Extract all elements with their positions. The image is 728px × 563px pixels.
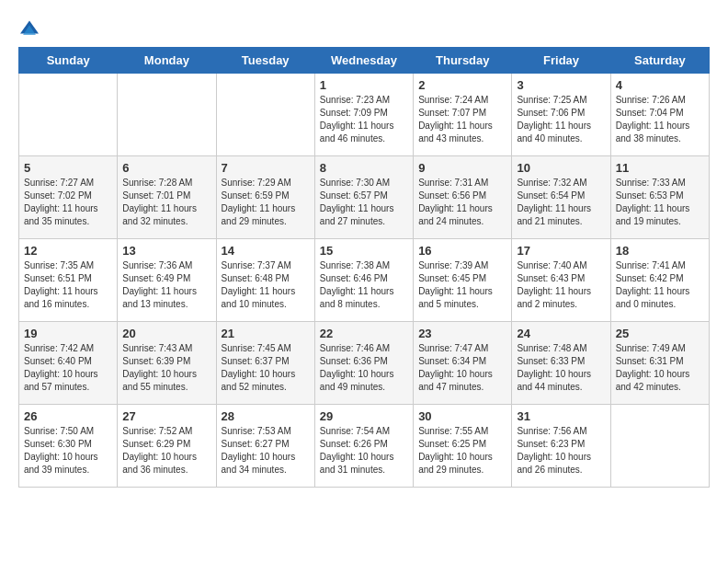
day-info: Sunrise: 7:52 AM Sunset: 6:29 PM Dayligh… <box>122 425 210 477</box>
day-info: Sunrise: 7:27 AM Sunset: 7:02 PM Dayligh… <box>24 177 112 228</box>
calendar-cell: 19Sunrise: 7:42 AM Sunset: 6:40 PM Dayli… <box>19 322 118 405</box>
calendar-cell: 31Sunrise: 7:56 AM Sunset: 6:23 PM Dayli… <box>512 405 610 488</box>
day-number: 5 <box>24 161 112 175</box>
calendar-cell: 5Sunrise: 7:27 AM Sunset: 7:02 PM Daylig… <box>19 156 118 239</box>
calendar-cell: 26Sunrise: 7:50 AM Sunset: 6:30 PM Dayli… <box>19 405 118 488</box>
day-number: 7 <box>222 161 310 175</box>
calendar-week-row: 12Sunrise: 7:35 AM Sunset: 6:51 PM Dayli… <box>19 239 710 322</box>
day-info: Sunrise: 7:50 AM Sunset: 6:30 PM Dayligh… <box>24 425 112 477</box>
calendar-table: SundayMondayTuesdayWednesdayThursdayFrid… <box>18 47 710 488</box>
calendar-cell <box>216 74 314 156</box>
day-info: Sunrise: 7:47 AM Sunset: 6:34 PM Dayligh… <box>418 342 506 394</box>
day-info: Sunrise: 7:37 AM Sunset: 6:48 PM Dayligh… <box>222 259 310 311</box>
day-info: Sunrise: 7:23 AM Sunset: 7:09 PM Dayligh… <box>320 94 408 145</box>
calendar-cell: 13Sunrise: 7:36 AM Sunset: 6:49 PM Dayli… <box>118 239 216 322</box>
weekday-header-thursday: Thursday <box>414 48 512 74</box>
day-number: 17 <box>517 244 605 258</box>
calendar-cell: 29Sunrise: 7:54 AM Sunset: 6:26 PM Dayli… <box>314 405 413 488</box>
day-info: Sunrise: 7:56 AM Sunset: 6:23 PM Dayligh… <box>517 425 605 477</box>
day-info: Sunrise: 7:46 AM Sunset: 6:36 PM Dayligh… <box>320 342 408 394</box>
day-info: Sunrise: 7:45 AM Sunset: 6:37 PM Dayligh… <box>222 342 310 394</box>
day-number: 13 <box>122 244 210 258</box>
weekday-header-monday: Monday <box>118 48 216 74</box>
calendar-cell: 30Sunrise: 7:55 AM Sunset: 6:25 PM Dayli… <box>414 405 512 488</box>
calendar-cell: 24Sunrise: 7:48 AM Sunset: 6:33 PM Dayli… <box>512 322 610 405</box>
day-number: 20 <box>122 327 210 340</box>
day-number: 29 <box>320 409 408 423</box>
calendar-cell: 3Sunrise: 7:25 AM Sunset: 7:06 PM Daylig… <box>512 74 610 156</box>
day-number: 9 <box>418 161 506 175</box>
calendar-cell: 14Sunrise: 7:37 AM Sunset: 6:48 PM Dayli… <box>216 239 314 322</box>
day-info: Sunrise: 7:48 AM Sunset: 6:33 PM Dayligh… <box>517 342 605 394</box>
day-info: Sunrise: 7:28 AM Sunset: 7:01 PM Dayligh… <box>122 177 210 228</box>
calendar-cell: 11Sunrise: 7:33 AM Sunset: 6:53 PM Dayli… <box>610 156 709 239</box>
calendar-cell <box>610 405 709 488</box>
calendar-week-row: 26Sunrise: 7:50 AM Sunset: 6:30 PM Dayli… <box>19 405 710 488</box>
calendar-cell: 28Sunrise: 7:53 AM Sunset: 6:27 PM Dayli… <box>216 405 314 488</box>
day-number: 15 <box>320 244 408 258</box>
day-number: 1 <box>320 78 408 92</box>
day-number: 25 <box>616 327 704 340</box>
day-info: Sunrise: 7:40 AM Sunset: 6:43 PM Dayligh… <box>517 259 605 311</box>
calendar-cell: 25Sunrise: 7:49 AM Sunset: 6:31 PM Dayli… <box>610 322 709 405</box>
weekday-header-tuesday: Tuesday <box>216 48 314 74</box>
day-info: Sunrise: 7:43 AM Sunset: 6:39 PM Dayligh… <box>122 342 210 394</box>
day-number: 18 <box>616 244 704 258</box>
day-info: Sunrise: 7:26 AM Sunset: 7:04 PM Dayligh… <box>616 94 704 145</box>
day-info: Sunrise: 7:36 AM Sunset: 6:49 PM Dayligh… <box>122 259 210 311</box>
weekday-header-wednesday: Wednesday <box>314 48 413 74</box>
calendar-cell: 8Sunrise: 7:30 AM Sunset: 6:57 PM Daylig… <box>314 156 413 239</box>
calendar-cell: 27Sunrise: 7:52 AM Sunset: 6:29 PM Dayli… <box>118 405 216 488</box>
calendar-cell: 6Sunrise: 7:28 AM Sunset: 7:01 PM Daylig… <box>118 156 216 239</box>
day-number: 3 <box>517 78 605 92</box>
day-info: Sunrise: 7:30 AM Sunset: 6:57 PM Dayligh… <box>320 177 408 228</box>
day-info: Sunrise: 7:24 AM Sunset: 7:07 PM Dayligh… <box>418 94 506 145</box>
page-header <box>18 18 710 38</box>
day-number: 8 <box>320 161 408 175</box>
calendar-cell: 7Sunrise: 7:29 AM Sunset: 6:59 PM Daylig… <box>216 156 314 239</box>
day-number: 26 <box>24 409 112 423</box>
calendar-cell: 22Sunrise: 7:46 AM Sunset: 6:36 PM Dayli… <box>314 322 413 405</box>
day-number: 28 <box>222 409 310 423</box>
day-info: Sunrise: 7:41 AM Sunset: 6:42 PM Dayligh… <box>616 259 704 311</box>
calendar-cell: 4Sunrise: 7:26 AM Sunset: 7:04 PM Daylig… <box>610 74 709 156</box>
day-info: Sunrise: 7:39 AM Sunset: 6:45 PM Dayligh… <box>418 259 506 311</box>
day-info: Sunrise: 7:35 AM Sunset: 6:51 PM Dayligh… <box>24 259 112 311</box>
calendar-cell: 23Sunrise: 7:47 AM Sunset: 6:34 PM Dayli… <box>414 322 512 405</box>
day-number: 22 <box>320 327 408 340</box>
calendar-cell: 1Sunrise: 7:23 AM Sunset: 7:09 PM Daylig… <box>314 74 413 156</box>
day-number: 24 <box>517 327 605 340</box>
day-number: 27 <box>122 409 210 423</box>
calendar-cell: 17Sunrise: 7:40 AM Sunset: 6:43 PM Dayli… <box>512 239 610 322</box>
day-number: 19 <box>24 327 112 340</box>
calendar-cell: 10Sunrise: 7:32 AM Sunset: 6:54 PM Dayli… <box>512 156 610 239</box>
weekday-header-sunday: Sunday <box>19 48 118 74</box>
day-number: 12 <box>24 244 112 258</box>
weekday-header-friday: Friday <box>512 48 610 74</box>
calendar-cell <box>19 74 118 156</box>
day-info: Sunrise: 7:53 AM Sunset: 6:27 PM Dayligh… <box>222 425 310 477</box>
calendar-cell: 2Sunrise: 7:24 AM Sunset: 7:07 PM Daylig… <box>414 74 512 156</box>
calendar-cell: 20Sunrise: 7:43 AM Sunset: 6:39 PM Dayli… <box>118 322 216 405</box>
day-info: Sunrise: 7:42 AM Sunset: 6:40 PM Dayligh… <box>24 342 112 394</box>
calendar-cell: 18Sunrise: 7:41 AM Sunset: 6:42 PM Dayli… <box>610 239 709 322</box>
calendar-cell <box>118 74 216 156</box>
logo-icon <box>18 19 40 38</box>
day-number: 16 <box>418 244 506 258</box>
day-number: 11 <box>616 161 704 175</box>
day-info: Sunrise: 7:49 AM Sunset: 6:31 PM Dayligh… <box>616 342 704 394</box>
day-info: Sunrise: 7:54 AM Sunset: 6:26 PM Dayligh… <box>320 425 408 477</box>
day-info: Sunrise: 7:32 AM Sunset: 6:54 PM Dayligh… <box>517 177 605 228</box>
day-number: 6 <box>122 161 210 175</box>
day-info: Sunrise: 7:29 AM Sunset: 6:59 PM Dayligh… <box>222 177 310 228</box>
calendar-cell: 12Sunrise: 7:35 AM Sunset: 6:51 PM Dayli… <box>19 239 118 322</box>
logo <box>18 18 44 38</box>
day-number: 14 <box>222 244 310 258</box>
day-number: 4 <box>616 78 704 92</box>
calendar-cell: 9Sunrise: 7:31 AM Sunset: 6:56 PM Daylig… <box>414 156 512 239</box>
day-number: 30 <box>418 409 506 423</box>
day-number: 10 <box>517 161 605 175</box>
weekday-header-row: SundayMondayTuesdayWednesdayThursdayFrid… <box>19 48 710 74</box>
day-number: 31 <box>517 409 605 423</box>
calendar-cell: 15Sunrise: 7:38 AM Sunset: 6:46 PM Dayli… <box>314 239 413 322</box>
